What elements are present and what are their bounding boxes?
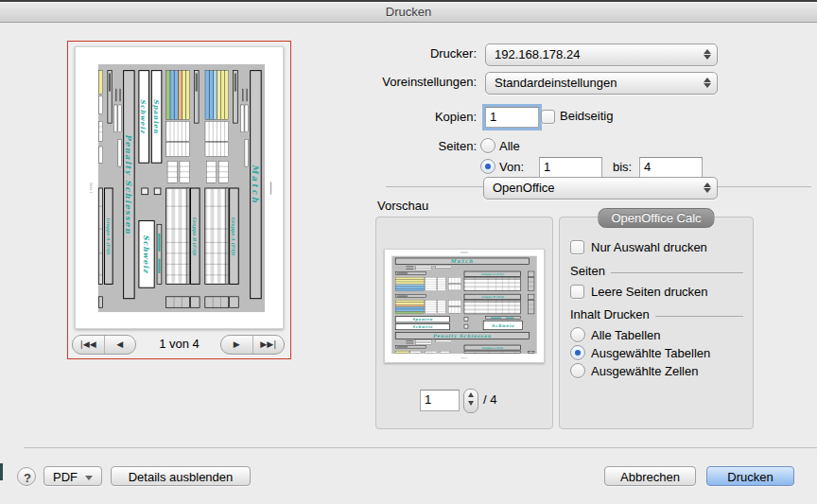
content-section-header: Inhalt Drucken [570,307,743,322]
svg-text:Gruppe A (F/Q): Gruppe A (F/Q) [481,346,504,350]
help-button[interactable]: ? [17,467,36,486]
svg-text:Gruppe A (F/Q): Gruppe A (F/Q) [105,217,110,255]
selection-only-label: Nur Auswahl drucken [591,240,707,254]
first-page-icon: |◀◀ [80,339,96,349]
copies-label: Kopien: [269,107,477,128]
selected-tables-radio[interactable] [570,345,585,360]
section-line [655,316,743,317]
empty-pages-checkbox[interactable] [570,285,584,299]
printer-popup-value: 192.168.178.24 [495,44,580,64]
print-button[interactable]: Drucken [706,466,794,486]
svg-text:Gruppe B (F/Q): Gruppe B (F/Q) [191,217,196,256]
selection-only-checkbox[interactable] [570,240,584,254]
calc-panel-title: OpenOffice Calc [598,208,714,228]
next-page-button[interactable]: ▶ [221,336,252,354]
all-tables-label: Alle Tabellen [591,328,660,342]
pages-to-input[interactable]: 4 [639,157,703,178]
svg-text:Schweiz: Schweiz [412,324,433,329]
all-tables-radio[interactable] [570,327,585,342]
svg-text:Seite 1: Seite 1 [89,182,93,193]
chevron-down-icon [85,476,93,480]
previous-page-button[interactable]: ◀ [104,336,136,354]
presets-popup[interactable]: Standardeinstellungen [485,72,718,95]
preview-nav-forward-group: ▶ ▶▶| [220,335,285,355]
pages-from-radio[interactable] [480,159,495,174]
spreadsheet-preview: Match Gruppe A (F/Q) [385,250,544,362]
print-dialog: Drucken Match Gruppe A (F/Q) [0,0,817,504]
svg-text:Match: Match [450,258,474,264]
pages-all-radio[interactable] [480,138,495,153]
pages-from-input[interactable]: 1 [539,157,602,178]
svg-text:Match: Match [251,164,260,204]
previous-page-icon: ◀ [116,339,123,349]
printer-popup[interactable]: 192.168.178.24 [485,43,718,66]
presets-popup-value: Standardeinstellungen [495,73,617,93]
svg-text:Spanien: Spanien [151,98,159,133]
vorschau-page-total: / 4 [483,389,496,411]
pages-all-label: Alle [499,138,520,155]
pages-from-label: Von: [499,159,524,176]
pages-section-header: Seiten [570,264,743,278]
pdf-menu-button[interactable]: PDF [43,466,102,486]
svg-text:Seite 1: Seite 1 [461,356,468,358]
popup-arrows-icon [704,182,711,195]
duplex-label: Beidseitig [560,108,613,125]
svg-text:Gruppe B (F/Q): Gruppe B (F/Q) [481,295,505,299]
vorschau-panel: Match Gruppe A (F/Q) [375,217,553,429]
pages-label: Seiten: [269,136,477,157]
first-page-button[interactable]: |◀◀ [73,336,104,354]
titlebar: Drucken [0,2,817,23]
duplex-checkbox[interactable] [541,110,555,124]
svg-text:Spanien: Spanien [412,317,433,322]
vorschau-page-input[interactable]: 1 [420,390,460,411]
sheet-preview: Match Gruppe A (F/Q) [385,250,544,362]
print-preview-page: Match Gruppe A (F/Q) [75,46,284,329]
vorschau-label: Vorschau [377,199,428,213]
copies-input[interactable]: 1 [485,107,539,128]
app-options-popup-value: OpenOffice [493,178,555,198]
app-options-popup[interactable]: OpenOffice [483,177,718,200]
calc-options-panel: OpenOffice Calc Nur Auswahl drucken Seit… [559,217,754,429]
preview-navigation: 1 von 4 |◀◀ ◀ ▶ ▶▶| [68,335,290,354]
presets-label: Voreinstellungen: [269,72,477,93]
background-window-edge [0,463,3,480]
preview-nav-back-group: |◀◀ ◀ [72,335,136,355]
pdf-menu-label: PDF [53,470,78,484]
content-section-label: Inhalt Drucken [570,307,650,322]
next-page-icon: ▶ [234,339,240,349]
svg-text:Gruppe A (F/Q): Gruppe A (F/Q) [481,272,504,276]
hide-details-button[interactable]: Details ausblenden [111,466,251,486]
vorschau-page-stepper[interactable] [463,389,478,413]
svg-text:Schweiz: Schweiz [141,235,149,274]
spreadsheet-preview: Match Gruppe A (F/Q) [83,52,275,323]
print-preview-frame: Match Gruppe A (F/Q) [67,41,291,359]
printer-label: Drucker: [269,43,477,64]
pages-to-label: bis: [613,159,632,176]
pages-section-label: Seiten [570,264,605,278]
vorschau-page-controls: 1 / 4 [376,389,552,411]
popup-arrows-icon [704,77,711,90]
selected-cells-radio[interactable] [570,363,585,378]
rotated-sheet-preview: Match Gruppe A (F/Q) [83,52,275,323]
svg-text:Schweiz: Schweiz [139,99,147,134]
selected-tables-label: Ausgewählte Tabellen [591,346,710,360]
empty-pages-label: Leere Seiten drucken [591,285,708,299]
svg-text:Gruppe A (F/Q): Gruppe A (F/Q) [231,217,235,255]
footer-divider [24,447,817,448]
section-line [611,272,743,273]
dialog-title: Drucken [0,2,817,22]
last-page-icon: ▶▶| [260,339,276,349]
cancel-button[interactable]: Abbrechen [604,466,696,486]
svg-text:Penalty Schiessen: Penalty Schiessen [124,134,133,235]
svg-text:Schweiz: Schweiz [492,323,514,328]
popup-arrows-icon [704,48,711,61]
vorschau-thumbnail: Match Gruppe A (F/Q) [384,249,545,363]
last-page-button[interactable]: ▶▶| [252,336,285,354]
selected-cells-label: Ausgewählte Zellen [591,364,698,378]
